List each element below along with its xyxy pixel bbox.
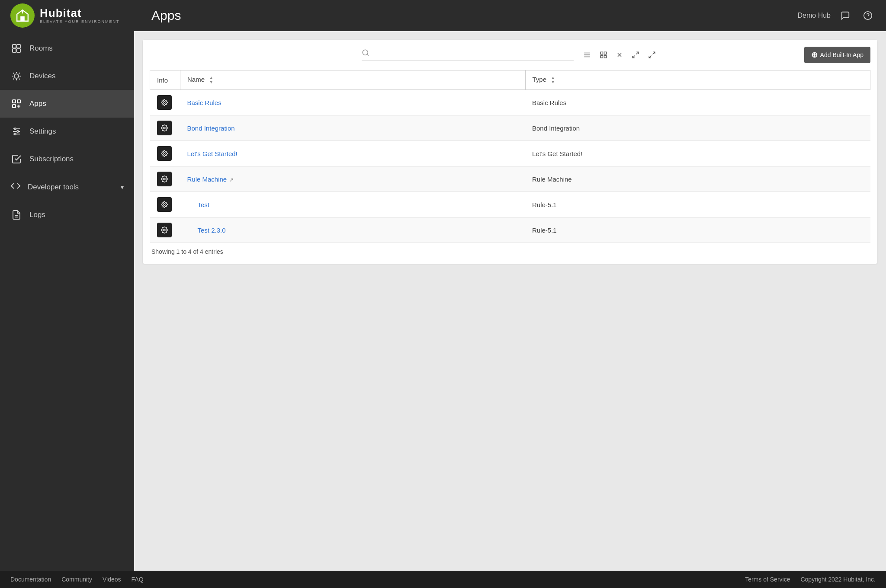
app-name-link[interactable]: Rule Machine <box>187 176 227 183</box>
add-built-in-app-button[interactable]: ⊕ Add Built-In App <box>804 47 870 63</box>
sidebar-item-settings[interactable]: Settings <box>0 118 134 145</box>
app-name-link[interactable]: Test <box>187 201 210 208</box>
svg-point-54 <box>164 229 165 231</box>
sidebar: Rooms Devices <box>0 31 134 571</box>
table-header-row: Info Name ▲▼ Type ▲▼ <box>150 70 870 90</box>
search-container <box>362 49 574 61</box>
svg-point-25 <box>14 128 16 130</box>
gear-button[interactable] <box>157 146 172 161</box>
svg-point-34 <box>363 50 368 55</box>
footer: Documentation Community Videos FAQ Terms… <box>0 571 886 588</box>
sidebar-logs-label: Logs <box>29 211 45 219</box>
svg-point-9 <box>14 74 19 78</box>
devtools-chevron-icon: ▾ <box>121 184 124 191</box>
app-name-link[interactable]: Test 2.3.0 <box>187 227 226 234</box>
footer-community-link[interactable]: Community <box>61 576 92 583</box>
footer-left: Documentation Community Videos FAQ <box>10 576 144 583</box>
table-row: Test 2.3.0Rule-5.1 <box>150 217 870 243</box>
svg-line-17 <box>19 73 20 74</box>
logo-area: Hubitat ELEVATE YOUR ENVIRONMENT <box>10 3 144 28</box>
sidebar-item-apps[interactable]: Apps <box>0 90 134 118</box>
svg-line-15 <box>19 79 20 80</box>
table-cell-name: Bond Integration <box>180 115 526 141</box>
expand-icon: ↗ <box>229 177 234 183</box>
svg-line-47 <box>653 52 655 54</box>
entries-info: Showing 1 to 4 of 4 entries <box>150 243 870 257</box>
grid-view-button[interactable] <box>597 49 610 61</box>
app-name-link[interactable]: Let's Get Started! <box>187 150 238 157</box>
toolbar-row: ⊕ Add Built-In App <box>150 47 870 63</box>
footer-documentation-link[interactable]: Documentation <box>10 576 51 583</box>
chat-icon-button[interactable] <box>838 8 853 23</box>
svg-rect-7 <box>13 49 16 52</box>
svg-point-53 <box>164 204 165 205</box>
footer-videos-link[interactable]: Videos <box>103 576 121 583</box>
svg-rect-5 <box>13 45 16 48</box>
col-header-name[interactable]: Name ▲▼ <box>180 70 526 90</box>
subscriptions-icon <box>10 153 22 165</box>
app-name-link[interactable]: Basic Rules <box>187 99 222 106</box>
app-name-link[interactable]: Bond Integration <box>187 125 235 132</box>
svg-point-31 <box>14 133 16 135</box>
sidebar-apps-label: Apps <box>29 99 46 108</box>
table-cell-info <box>150 115 180 141</box>
main-layout: Rooms Devices <box>0 31 886 571</box>
svg-point-52 <box>164 178 165 180</box>
close-view-button[interactable] <box>613 50 626 60</box>
top-header: Hubitat ELEVATE YOUR ENVIRONMENT Apps De… <box>0 0 886 31</box>
list-view-button[interactable] <box>581 49 594 61</box>
hub-name-label: Demo Hub <box>798 12 831 19</box>
svg-point-49 <box>164 102 165 103</box>
search-input[interactable] <box>373 50 574 58</box>
svg-point-28 <box>17 131 19 132</box>
footer-tos-link[interactable]: Terms of Service <box>745 576 790 583</box>
svg-line-35 <box>367 54 368 55</box>
sidebar-item-subscriptions[interactable]: Subscriptions <box>0 145 134 173</box>
svg-line-46 <box>632 56 635 58</box>
devtools-icon <box>10 181 21 193</box>
gear-button[interactable] <box>157 172 172 186</box>
logs-icon <box>10 209 22 221</box>
table-cell-info <box>150 141 180 166</box>
gear-button[interactable] <box>157 95 172 110</box>
svg-rect-40 <box>604 52 607 54</box>
settings-icon <box>10 125 22 137</box>
help-icon <box>863 11 873 20</box>
table-cell-type: Rule-5.1 <box>525 217 870 243</box>
help-icon-button[interactable] <box>860 8 876 23</box>
sidebar-item-rooms[interactable]: Rooms <box>0 35 134 62</box>
sidebar-settings-label: Settings <box>29 127 56 136</box>
table-cell-info <box>150 192 180 217</box>
table-cell-type: Let's Get Started! <box>525 141 870 166</box>
apps-table: Info Name ▲▼ Type ▲▼ Basic RulesBasic Ru… <box>150 70 870 243</box>
table-cell-info <box>150 217 180 243</box>
svg-line-48 <box>649 56 651 58</box>
sidebar-item-developer-tools[interactable]: Developer tools ▾ <box>0 173 134 201</box>
table-row: Let's Get Started!Let's Get Started! <box>150 141 870 166</box>
footer-faq-link[interactable]: FAQ <box>132 576 144 583</box>
brand-tagline: ELEVATE YOUR ENVIRONMENT <box>40 19 120 24</box>
svg-line-14 <box>13 73 14 74</box>
sidebar-item-logs[interactable]: Logs <box>0 201 134 229</box>
expand-button[interactable] <box>645 49 658 61</box>
svg-rect-6 <box>17 45 20 48</box>
table-cell-info <box>150 90 180 115</box>
svg-rect-8 <box>17 49 20 52</box>
collapse-button[interactable] <box>629 49 642 61</box>
gear-button[interactable] <box>157 197 172 212</box>
hubitat-logo-svg <box>16 9 29 22</box>
table-row: Basic RulesBasic Rules <box>150 90 870 115</box>
brand-name: Hubitat <box>40 7 120 19</box>
table-cell-type: Basic Rules <box>525 90 870 115</box>
apps-icon <box>10 98 22 110</box>
name-sort-arrows: ▲▼ <box>209 76 213 84</box>
apps-table-body: Basic RulesBasic RulesBond IntegrationBo… <box>150 90 870 243</box>
col-header-type[interactable]: Type ▲▼ <box>525 70 870 90</box>
gear-button[interactable] <box>157 121 172 135</box>
sidebar-item-devices[interactable]: Devices <box>0 62 134 90</box>
gear-button[interactable] <box>157 223 172 237</box>
table-cell-type: Bond Integration <box>525 115 870 141</box>
chat-icon <box>841 11 850 20</box>
svg-line-45 <box>636 52 639 54</box>
sidebar-devtools-label: Developer tools <box>28 183 114 192</box>
